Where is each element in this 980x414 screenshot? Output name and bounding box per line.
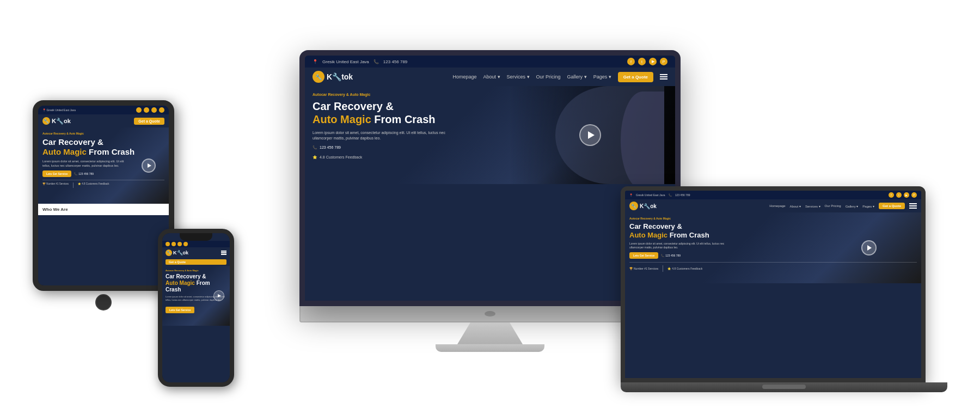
imac-social-icons: f t ▶ P (627, 58, 667, 65)
tablet-phone-btn[interactable]: 📞 123 456 789 (74, 172, 94, 175)
imac-logo[interactable]: 🔧 K🔧tok (313, 71, 353, 83)
imac-hero-desc: Lorem ipsum dolor sit amet, consectetur … (313, 130, 465, 141)
phone-yt[interactable] (177, 242, 182, 246)
tablet-topbar: 📍 Gresik United East Java (38, 106, 169, 114)
tablet-yt[interactable] (151, 107, 157, 113)
twitter-icon[interactable]: t (638, 58, 646, 65)
tablet-screen: 📍 Gresik United East Java 🔧 K🔧ok Get a Q (33, 100, 174, 291)
tablet-stat2: ⭐ 4.8 Customers Feedback (78, 182, 109, 188)
phone-cta-btn[interactable]: Get a Quote (166, 259, 226, 265)
laptop-hamburger[interactable] (909, 203, 917, 209)
tablet-tw[interactable] (144, 107, 149, 113)
tablet-device: 📍 Gresik United East Java 🔧 K🔧ok Get a Q (33, 100, 174, 314)
nav-homepage[interactable]: Homepage (453, 74, 477, 80)
laptop-pt-icon[interactable]: P (911, 192, 917, 198)
tablet-fb[interactable] (136, 107, 142, 113)
laptop-navbar: 🔧 K🔧ok Homepage About ▾ Services ▾ Our P… (625, 199, 921, 212)
youtube-icon[interactable]: ▶ (649, 58, 657, 65)
facebook-icon[interactable]: f (627, 58, 635, 65)
laptop-cta-btn[interactable]: Get a Quote (879, 203, 905, 209)
tablet-location: 📍 Gresik United East Java (42, 108, 76, 112)
phone-hero-line1: Car Recovery & (166, 273, 226, 280)
tablet-play-btn[interactable] (142, 159, 156, 173)
phone-website: 🔧 K🔧ok Get a Quote Autocar Recovery & Au (162, 233, 230, 382)
tablet-hero-title: Car Recovery & Auto Magic From Crash (42, 137, 164, 157)
laptop-topbar-left: 📍 Gresik United East Java 📞 123 456 789 (629, 193, 690, 197)
imac-hero-stats: ⭐ 4.8 Customers Feedback (313, 155, 667, 160)
laptop-nav-about[interactable]: About ▾ (790, 204, 801, 208)
nav-gallery[interactable]: Gallery ▾ (567, 74, 587, 80)
imac-get-quote-btn[interactable]: Get a Quote (618, 71, 653, 82)
laptop-logo[interactable]: 🔧 K🔧ok (629, 202, 657, 210)
laptop-nav-services[interactable]: Services ▾ (805, 204, 820, 208)
tablet-social (136, 107, 164, 113)
phone-service-btn[interactable]: Lets Get Service (166, 307, 194, 313)
nav-pricing[interactable]: Our Pricing (536, 74, 561, 80)
imac-hamburger-btn[interactable] (660, 74, 667, 80)
laptop-location: Gresik United East Java (636, 193, 665, 197)
imac-website: 📍 Gresik United East Java 📞 123 456 789 … (305, 56, 675, 301)
laptop-logo-icon: 🔧 (629, 202, 638, 210)
imac-phone-cta[interactable]: 📞 123 456 789 (313, 145, 341, 150)
laptop-service-btn[interactable]: Lets Get Service (629, 252, 658, 259)
laptop-play-btn[interactable] (861, 240, 877, 255)
laptop-location-icon: 📍 (629, 193, 633, 197)
scene: 📍 Gresik United East Java 📞 123 456 789 … (0, 0, 980, 414)
laptop-fb-icon[interactable]: f (889, 192, 894, 198)
tablet-cta-btn[interactable]: Get a Quote (134, 118, 164, 125)
laptop-phone-btn[interactable]: 📞 123 456 789 (661, 254, 681, 257)
phone-fb[interactable] (166, 242, 170, 246)
phone-screen: 🔧 K🔧ok Get a Quote Autocar Recovery & Au (158, 229, 234, 387)
tablet-section: Who We Are (38, 204, 169, 215)
imac-hero-tag: Autocar Recovery & Auto Magic (313, 93, 667, 96)
laptop-yt-icon[interactable]: ▶ (904, 192, 909, 198)
laptop-nav-links: Homepage About ▾ Services ▾ Our Pricing … (769, 203, 917, 209)
tablet-hero-line1: Car Recovery & (42, 137, 164, 147)
nav-pages[interactable]: Pages ▾ (593, 74, 611, 80)
laptop-hero: Autocar Recovery & Auto Magic Car Recove… (625, 212, 921, 283)
laptop-nav-pages[interactable]: Pages ▾ (862, 204, 874, 208)
tablet-brand: K🔧ok (52, 118, 71, 125)
tablet-hero-desc: Lorem ipsum dolor sit amet, consectetur … (42, 160, 130, 168)
tablet-logo-icon: 🔧 (42, 117, 50, 125)
laptop-nav-gallery[interactable]: Gallery ▾ (846, 204, 859, 208)
imac-base (436, 344, 544, 352)
laptop-hero-title: Car Recovery & Auto Magic From Crash (629, 222, 917, 239)
phone-device: 🔧 K🔧ok Get a Quote Autocar Recovery & Au (158, 229, 234, 387)
laptop-tw-icon[interactable]: t (896, 192, 902, 198)
tablet-home-button[interactable] (95, 294, 112, 310)
phone-brand: K🔧ok (173, 250, 188, 255)
tablet-service-btn[interactable]: Lets Get Service (42, 171, 71, 177)
phone-notch (180, 233, 212, 241)
phone-hamburger[interactable] (221, 251, 226, 255)
laptop-screen: 📍 Gresik United East Java 📞 123 456 789 … (621, 186, 926, 382)
pinterest-icon[interactable]: P (660, 58, 667, 65)
tablet-logo[interactable]: 🔧 K🔧ok (42, 117, 71, 125)
phone-play-btn[interactable] (213, 290, 224, 301)
tablet-navbar: 🔧 K🔧ok Get a Quote (38, 114, 169, 127)
phone-logo[interactable]: 🔧 K🔧ok (166, 249, 188, 256)
laptop-hero-line2: Auto Magic From Crash (629, 231, 917, 240)
phone-topbar (162, 241, 230, 247)
laptop-hero-line1: Car Recovery & (629, 222, 917, 231)
imac-topbar-left: 📍 Gresik United East Java 📞 123 456 789 (313, 59, 407, 64)
nav-about[interactable]: About ▾ (483, 74, 500, 80)
tablet-stat-divider (73, 182, 74, 188)
imac-topbar: 📍 Gresik United East Java 📞 123 456 789 … (305, 56, 675, 68)
phone-pt[interactable] (183, 242, 188, 246)
phone-tw[interactable] (171, 242, 176, 246)
laptop-stat1: 🏆 Number #1 Services (629, 265, 658, 272)
laptop-hero-tag: Autocar Recovery & Auto Magic (629, 217, 917, 220)
imac-hero-title-line2: Auto Magic From Crash (313, 113, 667, 126)
tablet-pt[interactable] (159, 107, 164, 113)
laptop-hero-desc: Lorem ipsum dolor sit amet, consectetur … (629, 242, 738, 249)
nav-services[interactable]: Services ▾ (507, 74, 530, 80)
imac-brand-name: K🔧tok (327, 72, 353, 81)
laptop-nav-pricing[interactable]: Our Pricing (825, 204, 841, 208)
laptop-body (621, 382, 947, 392)
phone-hero: Autocar Recovery & Auto Magic Car Recove… (162, 266, 230, 326)
imac-stat-star: ⭐ 4.8 Customers Feedback (313, 155, 362, 160)
imac-location-text: Gresik United East Java (322, 59, 369, 64)
laptop-nav-home[interactable]: Homepage (769, 204, 785, 208)
imac-play-btn[interactable] (579, 124, 601, 146)
